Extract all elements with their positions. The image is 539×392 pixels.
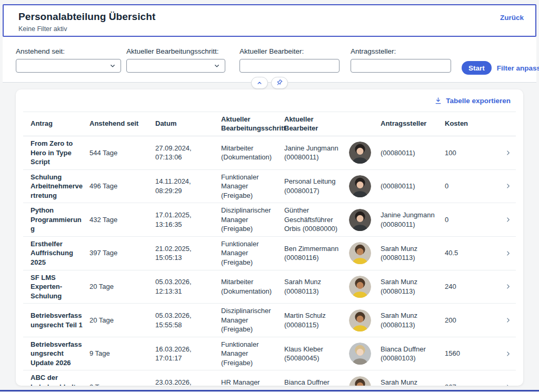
applicant-avatar bbox=[349, 175, 371, 197]
cell-bearbeitungsschritt: Mitarbeiter (Dokumentation) bbox=[221, 277, 284, 296]
column-header: Datum bbox=[155, 119, 221, 128]
pin-filter-button[interactable] bbox=[271, 77, 288, 89]
chevron-right-icon bbox=[505, 317, 512, 324]
column-header: Kosten bbox=[445, 119, 495, 128]
cell-antragssteller: Sarah Munz (00080113) bbox=[381, 277, 445, 296]
cell-bearbeitungsschritt: HR Manager (Abschluss) bbox=[221, 378, 284, 386]
results-card: Tabelle exportieren AntragAnstehend seit… bbox=[16, 89, 523, 386]
cell-bearbeiter: Personal Leitung (00080017) bbox=[284, 177, 349, 195]
chevron-down-icon bbox=[109, 62, 116, 69]
cell-datum: 14.11.2024, 08:29:29 bbox=[155, 177, 221, 195]
cell-bearbeiter: Günther Geschäftsführer Orbis (00080000) bbox=[284, 206, 349, 234]
cell-antragssteller: Sarah Munz (00080113) bbox=[381, 244, 445, 263]
bearbeiter-input[interactable] bbox=[239, 59, 340, 73]
chevron-right-icon bbox=[505, 384, 512, 386]
filter-field-bearbeiter: Aktueller Bearbeiter: bbox=[239, 47, 340, 73]
cell-anstehend-seit: 432 Tage bbox=[89, 215, 155, 225]
cell-antrag: Ersthelfer Auffrischung 2025 bbox=[31, 239, 89, 267]
cell-anstehend-seit: 20 Tage bbox=[89, 316, 155, 325]
table-row[interactable]: ABC der Lohnbuchhaltung 2 Tage 23.03.202… bbox=[23, 370, 516, 386]
cell-antrag: Python Programmierung bbox=[31, 206, 89, 234]
cell-anstehend-seit: 397 Tage bbox=[89, 248, 155, 258]
cell-bearbeitungsschritt: Disziplinarischer Manager (Freigabe) bbox=[221, 306, 284, 334]
cell-bearbeitungsschritt: Funktionaler Manager (Freigabe) bbox=[221, 340, 284, 368]
cell-bearbeiter: Janine Jungmann (00080011) bbox=[284, 144, 349, 162]
cell-datum: 05.03.2026, 15:55:58 bbox=[155, 311, 221, 329]
bearbeitungsschritt-select[interactable] bbox=[126, 59, 225, 73]
cell-bearbeiter: Bianca Duffner (00080103) bbox=[284, 378, 349, 386]
table-row[interactable]: Schulung Arbeitnehmervertretung 496 Tage… bbox=[23, 169, 516, 203]
adapt-filters-link[interactable]: Filter anpassen bbox=[497, 64, 539, 72]
filter-bar: Anstehend seit: Aktueller Bearbeitungssc… bbox=[3, 37, 536, 83]
table-row[interactable]: Betriebsverfassungsrecht Teil 1 20 Tage … bbox=[23, 303, 516, 337]
back-button[interactable]: Zurück bbox=[500, 14, 524, 22]
chevron-up-icon bbox=[256, 79, 263, 87]
cell-kosten: 200 bbox=[445, 316, 495, 325]
collapse-filter-button[interactable] bbox=[251, 77, 268, 89]
cell-datum: 16.03.2026, 17:01:17 bbox=[155, 345, 221, 363]
cell-antragssteller: Bianca Duffner (00080103) bbox=[381, 345, 445, 363]
cell-anstehend-seit: 20 Tage bbox=[89, 282, 155, 292]
cell-anstehend-seit: 2 Tage bbox=[89, 383, 155, 386]
cell-datum: 21.02.2025, 15:05:13 bbox=[155, 244, 221, 263]
filter-bar-controls bbox=[251, 77, 288, 89]
applicant-avatar bbox=[349, 276, 371, 298]
bottom-divider bbox=[0, 390, 539, 391]
cell-antrag: SF LMS Experten-Schulung bbox=[31, 273, 89, 301]
start-button[interactable]: Start bbox=[462, 61, 492, 75]
table-header-row: AntragAnstehend seitDatumAktueller Bearb… bbox=[23, 112, 516, 136]
cell-anstehend-seit: 496 Tage bbox=[89, 182, 155, 191]
table-row[interactable]: Betriebsverfassungsrecht Update 2026 9 T… bbox=[23, 337, 516, 370]
filter-field-bearbeitungsschritt: Aktueller Bearbeitungsschritt: bbox=[126, 47, 225, 73]
cell-anstehend-seit: 544 Tage bbox=[89, 148, 155, 158]
anstehend-seit-select[interactable] bbox=[16, 59, 121, 73]
column-header: Antragssteller bbox=[381, 119, 445, 128]
chevron-right-icon bbox=[505, 149, 512, 156]
filter-label: Anstehend seit: bbox=[16, 47, 121, 55]
table-body: From Zero to Hero in Type Script 544 Tag… bbox=[23, 136, 516, 386]
table-row[interactable]: Python Programmierung 432 Tage 17.01.202… bbox=[23, 203, 516, 236]
chevron-right-icon bbox=[505, 350, 512, 357]
chevron-right-icon bbox=[505, 283, 512, 290]
table-row[interactable]: Ersthelfer Auffrischung 2025 397 Tage 21… bbox=[23, 236, 516, 270]
applicant-avatar bbox=[349, 209, 371, 231]
cell-antragssteller: (00080011) bbox=[381, 148, 445, 158]
column-header: Anstehend seit bbox=[89, 119, 155, 128]
export-table-button[interactable]: Tabelle exportieren bbox=[434, 97, 511, 105]
cell-kosten: 267 bbox=[445, 383, 495, 386]
filter-field-anstehend-seit: Anstehend seit: bbox=[16, 47, 121, 73]
chevron-right-icon bbox=[505, 183, 512, 189]
cell-antragssteller: Sarah Munz (00080113) bbox=[381, 311, 445, 329]
cell-datum: 23.03.2026, 12:27:25 bbox=[155, 378, 221, 386]
cell-bearbeiter: Martin Schulz (00080115) bbox=[284, 311, 349, 329]
page-header: Personalabteilung Übersicht Keine Filter… bbox=[3, 4, 536, 37]
page-title: Personalabteilung Übersicht bbox=[18, 11, 524, 23]
applicant-avatar bbox=[349, 343, 371, 365]
cell-antragssteller: Sarah Munz (00080113) bbox=[381, 378, 445, 386]
cell-antrag: ABC der Lohnbuchhaltung bbox=[31, 373, 89, 386]
antragssteller-input[interactable] bbox=[351, 59, 451, 73]
cell-bearbeiter: Ben Zimmermann (00080116) bbox=[284, 244, 349, 263]
applicant-avatar bbox=[349, 242, 371, 264]
cell-kosten: 0 bbox=[445, 215, 495, 225]
applicant-avatar bbox=[349, 142, 371, 164]
table-row[interactable]: From Zero to Hero in Type Script 544 Tag… bbox=[23, 136, 516, 169]
chevron-right-icon bbox=[505, 216, 512, 223]
cell-bearbeitungsschritt: Funktionaler Manager (Freigabe) bbox=[221, 239, 284, 267]
cell-bearbeiter: Klaus Kleber (50080045) bbox=[284, 345, 349, 363]
cell-datum: 05.03.2026, 12:13:31 bbox=[155, 277, 221, 296]
table-toolbar: Tabelle exportieren bbox=[16, 89, 523, 112]
cell-antragssteller: (00080011) bbox=[381, 182, 445, 191]
cell-kosten: 100 bbox=[445, 148, 495, 158]
export-table-label: Tabelle exportieren bbox=[446, 97, 511, 105]
cell-antrag: Schulung Arbeitnehmervertretung bbox=[31, 173, 89, 200]
cell-anstehend-seit: 9 Tage bbox=[89, 349, 155, 358]
table-row[interactable]: SF LMS Experten-Schulung 20 Tage 05.03.2… bbox=[23, 270, 516, 304]
cell-datum: 17.01.2025, 13:16:35 bbox=[155, 210, 221, 229]
filter-label: Antragssteller: bbox=[351, 47, 451, 55]
requests-table: AntragAnstehend seitDatumAktueller Bearb… bbox=[23, 112, 516, 386]
cell-bearbeitungsschritt: Funktionaler Manager (Freigabe) bbox=[221, 173, 284, 200]
cell-datum: 27.09.2024, 07:13:06 bbox=[155, 144, 221, 162]
cell-antrag: Betriebsverfassungsrecht Update 2026 bbox=[31, 340, 89, 368]
cell-antrag: From Zero to Hero in Type Script bbox=[31, 139, 89, 167]
